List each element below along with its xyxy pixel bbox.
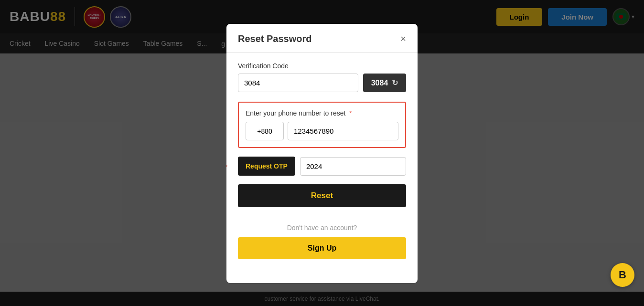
captcha-code: 3084 [371,79,388,87]
divider [238,216,406,216]
reset-btn-wrapper: Reset ➤ [238,184,406,207]
phone-number-input[interactable] [288,122,398,140]
verification-row: 3084 ↻ [238,74,406,92]
phone-section: Enter your phone number to reset * [238,102,406,148]
signup-button[interactable]: Sign Up [238,237,406,259]
modal-close-button[interactable]: × [400,33,406,44]
arrow-left-icon: ➤ [226,160,227,172]
refresh-icon: ↻ [392,78,398,87]
floating-btn-label: B [619,269,626,281]
modal-title: Reset Password [238,33,312,44]
captcha-display[interactable]: 3084 ↻ [363,74,406,92]
country-code-input[interactable] [246,122,284,140]
phone-label: Enter your phone number to reset * [246,109,398,117]
reset-button[interactable]: Reset [238,184,406,207]
modal-body: Verification Code 3084 ↻ Enter your phon… [226,53,418,269]
no-account-text: Don't have an account? [238,224,406,232]
required-star: * [349,109,352,117]
arrow-right-icon: ➤ [417,190,418,202]
otp-input[interactable] [300,157,406,176]
request-otp-button[interactable]: Request OTP [238,157,295,176]
verification-label: Verification Code [238,62,406,70]
modal-header: Reset Password × [226,24,418,53]
otp-row: ➤ Request OTP [238,157,406,176]
phone-row [246,122,398,140]
reset-password-modal: Reset Password × Verification Code 3084 … [226,24,418,283]
floating-chat-button[interactable]: B [611,263,634,287]
verification-input[interactable] [238,74,358,92]
